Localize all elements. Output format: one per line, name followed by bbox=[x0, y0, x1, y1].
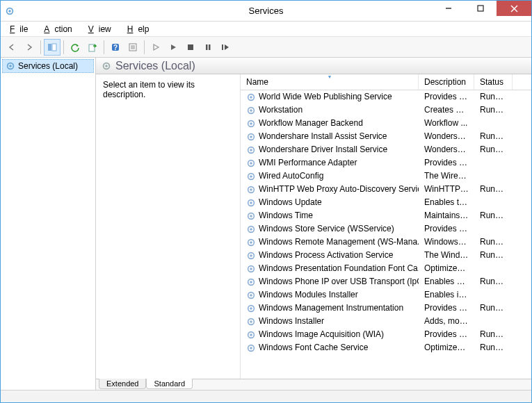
help-button[interactable]: ? bbox=[107, 39, 124, 56]
table-row[interactable]: Windows Modules InstallerEnables inst... bbox=[241, 288, 531, 302]
export-button[interactable] bbox=[84, 39, 101, 56]
table-row[interactable]: Windows Font Cache ServiceOptimizes p...… bbox=[241, 341, 531, 354]
service-name: WMI Performance Adapter bbox=[259, 156, 357, 170]
service-name: Windows Process Activation Service bbox=[259, 249, 393, 262]
service-description: Adds, modi... bbox=[419, 315, 474, 328]
service-icon bbox=[246, 251, 256, 261]
service-status bbox=[474, 288, 513, 302]
table-row[interactable]: Wondershare Install Assist ServiceWonder… bbox=[241, 130, 531, 143]
service-name: Workstation bbox=[259, 104, 303, 117]
table-row[interactable]: World Wide Web Publishing ServiceProvide… bbox=[241, 90, 531, 104]
svg-point-60 bbox=[250, 334, 252, 336]
table-row[interactable]: Wondershare Driver Install ServiceWonder… bbox=[241, 143, 531, 156]
description-pane: Select an item to view its description. bbox=[96, 74, 241, 379]
service-icon bbox=[246, 185, 256, 195]
service-name: WinHTTP Web Proxy Auto-Discovery Service bbox=[259, 183, 419, 196]
service-icon bbox=[246, 343, 256, 353]
service-status: Running bbox=[474, 275, 513, 288]
back-button[interactable] bbox=[3, 39, 20, 56]
table-row[interactable]: WMI Performance AdapterProvides pe... bbox=[241, 156, 531, 170]
pause-button[interactable] bbox=[200, 39, 216, 56]
service-status bbox=[474, 222, 513, 236]
table-row[interactable]: Workflow Manager BackendWorkflow ... bbox=[241, 117, 531, 130]
restart-button[interactable] bbox=[217, 39, 234, 56]
svg-point-32 bbox=[250, 149, 252, 151]
service-description: Enables the ... bbox=[419, 196, 474, 209]
service-description: The Wired ... bbox=[419, 170, 474, 183]
close-button[interactable] bbox=[497, 1, 531, 16]
column-header-description[interactable]: Description bbox=[419, 74, 474, 90]
svg-text:?: ? bbox=[113, 44, 118, 51]
service-description: The Windo... bbox=[419, 249, 474, 262]
column-header-status[interactable]: Status bbox=[474, 74, 513, 90]
service-status: Running bbox=[474, 90, 513, 104]
service-description: Enables co... bbox=[419, 275, 474, 288]
table-row[interactable]: Windows Remote Management (WS-Mana...Win… bbox=[241, 236, 531, 249]
service-icon bbox=[246, 290, 256, 300]
start-button[interactable] bbox=[147, 39, 164, 56]
column-header-name[interactable]: ▾ Name bbox=[241, 74, 419, 90]
maximize-button[interactable] bbox=[465, 1, 497, 16]
detail-header: Services (Local) bbox=[96, 58, 531, 74]
menu-action[interactable]: Action bbox=[39, 23, 81, 35]
stop-button[interactable] bbox=[182, 39, 199, 56]
service-description: Windows R... bbox=[419, 236, 474, 249]
service-icon bbox=[246, 330, 256, 340]
menu-view[interactable]: View bbox=[83, 23, 121, 35]
menubar: File Action View Help bbox=[1, 22, 531, 37]
service-status bbox=[474, 262, 513, 275]
table-row[interactable]: Windows Image Acquisition (WIA)Provides … bbox=[241, 328, 531, 341]
tree-item-label: Services (Local) bbox=[18, 61, 78, 71]
svg-point-62 bbox=[250, 347, 252, 349]
table-row[interactable]: Windows Phone IP over USB Transport (IpO… bbox=[241, 275, 531, 288]
table-row[interactable]: Windows TimeMaintains d...Running bbox=[241, 209, 531, 222]
tab-standard[interactable]: Standard bbox=[146, 379, 193, 389]
table-row[interactable]: Windows Presentation Foundation Font Ca.… bbox=[241, 262, 531, 275]
svg-point-48 bbox=[250, 254, 252, 257]
service-status bbox=[474, 196, 513, 209]
service-status: Running bbox=[474, 183, 513, 196]
description-hint: Select an item to view its description. bbox=[103, 80, 195, 99]
tree-item-services-local[interactable]: Services (Local) bbox=[2, 59, 94, 73]
service-description: Provides W... bbox=[419, 90, 474, 104]
tab-extended[interactable]: Extended bbox=[99, 379, 146, 389]
service-name: Windows Presentation Foundation Font Ca.… bbox=[259, 262, 419, 275]
start-filled-button[interactable] bbox=[165, 39, 182, 56]
service-icon bbox=[246, 198, 256, 208]
table-row[interactable]: Windows InstallerAdds, modi... bbox=[241, 315, 531, 328]
table-row[interactable]: Windows UpdateEnables the ... bbox=[241, 196, 531, 209]
service-status: Running bbox=[474, 130, 513, 143]
table-row[interactable]: Windows Store Service (WSService)Provide… bbox=[241, 222, 531, 236]
service-list[interactable]: ▾ Name Description Status World Wide Web… bbox=[241, 74, 531, 379]
refresh-button[interactable] bbox=[67, 39, 83, 56]
show-hide-tree-button[interactable] bbox=[44, 39, 61, 56]
service-name: Windows Management Instrumentation bbox=[259, 302, 403, 315]
menu-help[interactable]: Help bbox=[122, 23, 159, 35]
svg-point-36 bbox=[250, 175, 252, 178]
table-row[interactable]: Windows Management InstrumentationProvid… bbox=[241, 302, 531, 315]
gear-icon bbox=[102, 61, 111, 71]
table-row[interactable]: Windows Process Activation ServiceThe Wi… bbox=[241, 249, 531, 262]
service-description: Provides a c... bbox=[419, 302, 474, 315]
service-status: Running bbox=[474, 328, 513, 341]
svg-point-34 bbox=[250, 162, 252, 165]
service-description: Wondershar... bbox=[419, 130, 474, 143]
service-icon bbox=[246, 119, 256, 129]
table-row[interactable]: Wired AutoConfigThe Wired ... bbox=[241, 170, 531, 183]
service-name: Wondershare Install Assist Service bbox=[259, 130, 387, 143]
service-name: Windows Store Service (WSService) bbox=[259, 222, 394, 236]
svg-point-42 bbox=[250, 215, 252, 217]
service-name: Wired AutoConfig bbox=[259, 170, 323, 183]
table-row[interactable]: WinHTTP Web Proxy Auto-Discovery Service… bbox=[241, 183, 531, 196]
table-row[interactable]: WorkstationCreates and...Running bbox=[241, 104, 531, 117]
forward-button[interactable] bbox=[21, 39, 38, 56]
properties-button[interactable] bbox=[124, 39, 141, 56]
minimize-button[interactable] bbox=[433, 1, 465, 16]
svg-point-40 bbox=[250, 202, 252, 204]
menu-file[interactable]: File bbox=[5, 23, 38, 35]
svg-point-24 bbox=[250, 96, 252, 99]
service-name: Windows Remote Management (WS-Mana... bbox=[259, 236, 419, 249]
service-description: Provides im... bbox=[419, 328, 474, 341]
svg-point-58 bbox=[250, 320, 252, 323]
service-description: Enables inst... bbox=[419, 288, 474, 302]
